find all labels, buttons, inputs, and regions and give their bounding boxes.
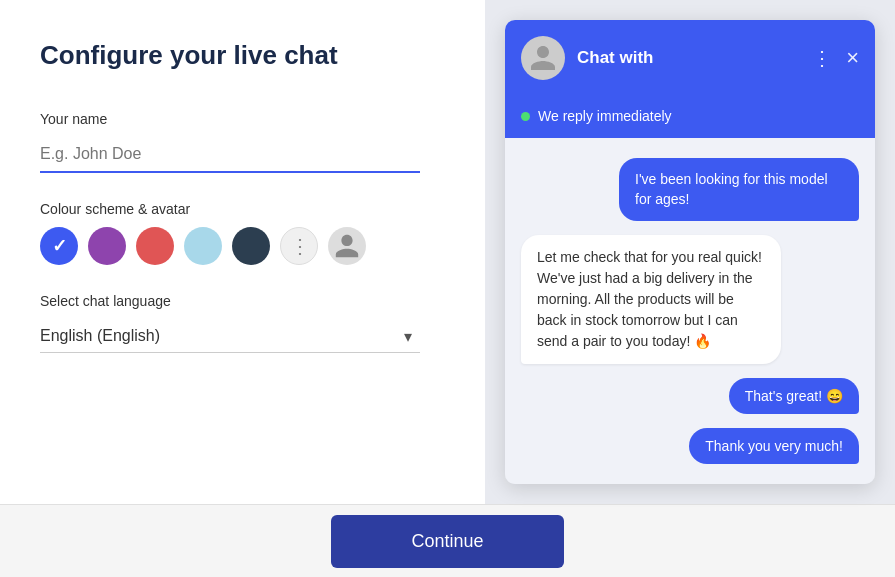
language-select[interactable]: English (English) French (Français) Span…	[40, 319, 420, 352]
message-bubble: I've been looking for this model for age…	[619, 158, 859, 221]
person-icon	[333, 232, 361, 260]
chat-header-left: Chat with	[521, 36, 654, 80]
colour-circles: ⋮	[40, 227, 445, 265]
message-bubble: Let me check that for you real quick! We…	[521, 235, 781, 364]
message-outgoing-2: That's great! 😄	[521, 378, 859, 414]
colour-circle-red[interactable]	[136, 227, 174, 265]
language-section: Select chat language English (English) F…	[40, 293, 445, 353]
name-label: Your name	[40, 111, 445, 127]
continue-button[interactable]: Continue	[331, 515, 563, 568]
online-dot	[521, 112, 530, 121]
message-bubble: Thank you very much!	[689, 428, 859, 464]
colour-circle-lightblue[interactable]	[184, 227, 222, 265]
message-incoming-1: Let me check that for you real quick! We…	[521, 235, 859, 364]
colour-scheme-label: Colour scheme & avatar	[40, 201, 445, 217]
page-title: Configure your live chat	[40, 40, 445, 71]
colour-circle-dark[interactable]	[232, 227, 270, 265]
right-panel: Chat with ⋮ × We reply immediately I've …	[485, 0, 895, 504]
more-options-icon[interactable]: ⋮	[812, 46, 832, 70]
footer: Continue	[0, 504, 895, 577]
message-bubble: That's great! 😄	[729, 378, 859, 414]
chat-header: Chat with ⋮ ×	[505, 20, 875, 100]
name-section: Your name	[40, 111, 445, 173]
name-input[interactable]	[40, 137, 420, 173]
colour-circle-purple[interactable]	[88, 227, 126, 265]
left-panel: Configure your live chat Your name Colou…	[0, 0, 485, 504]
chat-header-title: Chat with	[577, 48, 654, 68]
chat-subheader: We reply immediately	[505, 100, 875, 138]
close-icon[interactable]: ×	[846, 45, 859, 71]
chat-avatar-icon	[528, 43, 558, 73]
message-outgoing-3: Thank you very much!	[521, 428, 859, 464]
language-label: Select chat language	[40, 293, 445, 309]
chat-messages: I've been looking for this model for age…	[505, 138, 875, 484]
message-outgoing-1: I've been looking for this model for age…	[521, 158, 859, 221]
more-dots-icon: ⋮	[290, 234, 309, 258]
language-select-wrapper: English (English) French (Français) Span…	[40, 319, 420, 353]
colour-scheme-section: Colour scheme & avatar ⋮	[40, 201, 445, 265]
colour-circle-blue[interactable]	[40, 227, 78, 265]
reply-text: We reply immediately	[538, 108, 672, 124]
colour-circle-more[interactable]: ⋮	[280, 227, 318, 265]
chat-avatar	[521, 36, 565, 80]
avatar-circle[interactable]	[328, 227, 366, 265]
chat-header-icons: ⋮ ×	[812, 45, 859, 71]
chat-widget: Chat with ⋮ × We reply immediately I've …	[505, 20, 875, 484]
